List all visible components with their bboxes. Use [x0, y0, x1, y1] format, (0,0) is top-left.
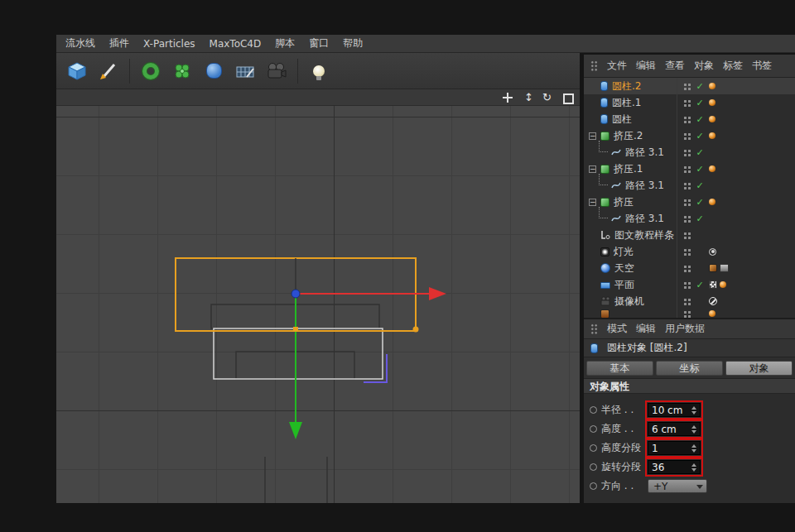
- material-tag[interactable]: [709, 99, 716, 106]
- tab-object[interactable]: 对象: [725, 361, 793, 376]
- om-menu-view[interactable]: 查看: [665, 59, 685, 73]
- enable-check[interactable]: [695, 280, 705, 290]
- viewport-canvas[interactable]: [56, 106, 580, 503]
- enable-check[interactable]: [695, 81, 705, 92]
- object-row-camera[interactable]: 摄像机: [584, 293, 795, 309]
- menu-window[interactable]: 窗口: [309, 36, 329, 50]
- enable-check[interactable]: [695, 197, 705, 208]
- gizmo-center-handle[interactable]: [292, 290, 300, 298]
- material-tag[interactable]: [709, 132, 716, 139]
- enable-check[interactable]: [695, 98, 705, 108]
- object-row-extrude-2[interactable]: − 挤压.2: [584, 127, 795, 144]
- object-point-handle[interactable]: [293, 327, 298, 332]
- radius-input[interactable]: 10 cm: [648, 403, 701, 417]
- am-menu-userdata[interactable]: 用户数据: [665, 322, 705, 336]
- stepper-arrows-icon[interactable]: [691, 444, 698, 453]
- visibility-dots[interactable]: [682, 297, 691, 305]
- panel-grip-icon[interactable]: [590, 60, 598, 71]
- menu-help[interactable]: 帮助: [343, 36, 363, 50]
- metaball-tool-button[interactable]: [200, 56, 228, 86]
- menu-xparticles[interactable]: X-Particles: [143, 38, 195, 50]
- stepper-arrows-icon[interactable]: [691, 463, 698, 472]
- orientation-dropdown[interactable]: +Y: [648, 479, 707, 493]
- stepper-arrows-icon[interactable]: [691, 406, 698, 415]
- cube-tool-button[interactable]: [63, 56, 91, 86]
- tab-basic[interactable]: 基本: [586, 361, 653, 376]
- menu-plugins[interactable]: 插件: [109, 36, 129, 50]
- visibility-dots[interactable]: [682, 247, 691, 256]
- object-row-cylinder-2[interactable]: 圆柱.2: [584, 78, 795, 94]
- light-tool-button[interactable]: [305, 56, 333, 86]
- keyframe-circle-icon[interactable]: [590, 444, 597, 452]
- dolly-icon[interactable]: [522, 92, 533, 103]
- object-row-cylinder[interactable]: 圆柱: [584, 111, 795, 127]
- visibility-dots[interactable]: [682, 165, 691, 173]
- keyframe-circle-icon[interactable]: [590, 425, 597, 433]
- collapse-toggle[interactable]: −: [589, 165, 596, 173]
- axis-x-arrowhead[interactable]: [429, 287, 446, 300]
- am-menu-mode[interactable]: 模式: [607, 322, 627, 336]
- menu-pipeline[interactable]: 流水线: [65, 36, 95, 50]
- panel-grip-icon[interactable]: [590, 324, 598, 334]
- maximize-icon[interactable]: [561, 92, 573, 103]
- cylinder-wireframe-highlight[interactable]: [214, 328, 383, 379]
- visibility-dots[interactable]: [682, 280, 691, 289]
- torus-tool-button[interactable]: [137, 56, 165, 86]
- visibility-dots[interactable]: [682, 181, 691, 189]
- material-tag[interactable]: [709, 310, 716, 317]
- object-row-path[interactable]: 路径 3.1: [584, 210, 795, 227]
- om-menu-object[interactable]: 对象: [694, 59, 714, 73]
- material-tag[interactable]: [709, 165, 716, 172]
- stepper-arrows-icon[interactable]: [691, 425, 698, 434]
- pan-icon[interactable]: [502, 92, 513, 103]
- visibility-dots[interactable]: [682, 264, 691, 272]
- am-menu-edit[interactable]: 编辑: [636, 322, 656, 336]
- om-menu-edit[interactable]: 编辑: [636, 59, 656, 73]
- tab-coordinates[interactable]: 坐标: [656, 361, 723, 376]
- texture-tag[interactable]: [720, 264, 729, 272]
- keyframe-circle-icon[interactable]: [590, 463, 597, 471]
- material-tag[interactable]: [709, 83, 716, 89]
- visibility-dots[interactable]: [682, 198, 691, 206]
- object-row-sky[interactable]: 天空: [584, 260, 795, 276]
- height-segments-input[interactable]: 1: [648, 441, 701, 455]
- height-input[interactable]: 6 cm: [648, 422, 701, 436]
- enable-check[interactable]: [695, 164, 705, 175]
- object-corner-handle[interactable]: [413, 327, 419, 333]
- menu-maxtoc4d[interactable]: MaxToC4D: [210, 38, 262, 50]
- enable-check[interactable]: [695, 180, 705, 191]
- sketch-pen-tool-button[interactable]: [94, 56, 123, 86]
- material-tag[interactable]: [709, 199, 716, 205]
- object-row-path[interactable]: 路径 3.1: [584, 144, 795, 161]
- visibility-dots[interactable]: [682, 148, 691, 156]
- menu-script[interactable]: 脚本: [275, 36, 295, 50]
- visibility-dots[interactable]: [682, 98, 691, 107]
- rotate-icon[interactable]: [542, 92, 553, 103]
- visibility-dots[interactable]: [682, 82, 691, 90]
- protection-tag[interactable]: [709, 297, 717, 305]
- array-tool-button[interactable]: [168, 56, 196, 86]
- visibility-dots[interactable]: [682, 132, 691, 140]
- enable-check[interactable]: [695, 114, 705, 125]
- camera-tool-button[interactable]: [263, 56, 291, 86]
- object-row-plane[interactable]: 平面: [584, 276, 795, 293]
- enable-check[interactable]: [695, 147, 705, 158]
- object-row-cylinder-1[interactable]: 圆柱.1: [584, 94, 795, 111]
- visibility-dots[interactable]: [682, 231, 691, 239]
- collapse-toggle[interactable]: −: [589, 199, 596, 206]
- material-tag[interactable]: [720, 281, 726, 288]
- om-menu-file[interactable]: 文件: [607, 59, 627, 73]
- compositing-tag[interactable]: [709, 264, 717, 272]
- keyframe-circle-icon[interactable]: [590, 482, 597, 490]
- object-row-clipped[interactable]: [584, 309, 795, 318]
- object-row-extrude-1[interactable]: − 挤压.1: [584, 161, 795, 177]
- object-row-tutorial-spline[interactable]: 图文教程样条: [584, 227, 795, 243]
- object-row-path[interactable]: 路径 3.1: [584, 177, 795, 194]
- keyframe-circle-icon[interactable]: [590, 406, 597, 414]
- om-menu-tags[interactable]: 标签: [723, 59, 743, 73]
- om-menu-bookmarks[interactable]: 书签: [752, 59, 772, 73]
- target-tag[interactable]: [709, 248, 716, 256]
- visibility-dots[interactable]: [682, 115, 691, 123]
- visibility-dots[interactable]: [682, 214, 691, 223]
- object-row-extrude[interactable]: − 挤压: [584, 194, 795, 210]
